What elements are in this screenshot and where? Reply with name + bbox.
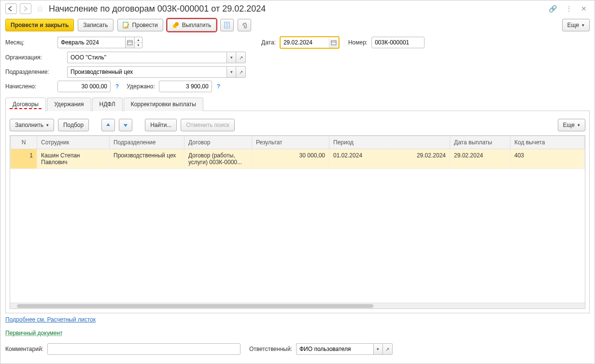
org-label: Организация: xyxy=(5,54,63,61)
attach-button[interactable] xyxy=(238,19,251,31)
pay-label: Выплатить xyxy=(182,22,212,28)
accrued-help-icon[interactable]: ? xyxy=(114,83,120,90)
link-icon[interactable]: 🔗 xyxy=(549,5,557,13)
chevron-down-icon: ▾ xyxy=(46,123,49,127)
month-input[interactable] xyxy=(57,37,125,48)
org-input-group: ▾ ↗ xyxy=(67,52,246,63)
find-button[interactable]: Найти... xyxy=(145,119,177,131)
cell-result: 30 000,00 xyxy=(252,149,329,169)
dept-input[interactable] xyxy=(67,66,227,78)
chevron-down-icon: ▾ xyxy=(230,55,233,60)
save-label: Записать xyxy=(83,22,108,28)
org-open-button[interactable]: ↗ xyxy=(236,52,246,63)
pick-button[interactable]: Подбор xyxy=(58,119,89,131)
tab-contracts[interactable]: Договоры xyxy=(5,98,46,111)
tab-contracts-label: Договоры xyxy=(13,101,39,108)
arrow-right-icon xyxy=(23,6,28,11)
date-calendar-button[interactable] xyxy=(329,37,339,48)
col-employee[interactable]: Сотрудник xyxy=(37,136,110,149)
move-down-button[interactable] xyxy=(119,119,132,131)
more-button[interactable]: Еще ▾ xyxy=(562,19,590,31)
withheld-help-icon[interactable]: ? xyxy=(216,83,221,90)
scrollbar-thumb[interactable] xyxy=(17,304,373,308)
dept-dropdown-button[interactable]: ▾ xyxy=(227,66,236,78)
month-label: Месяц: xyxy=(5,39,54,46)
dept-open-button[interactable]: ↗ xyxy=(236,66,246,78)
cell-dept: Производственный цех xyxy=(110,149,184,169)
report-button[interactable] xyxy=(220,19,234,31)
comment-input[interactable] xyxy=(47,343,241,355)
nav-back-button[interactable] xyxy=(5,3,17,14)
horizontal-scrollbar[interactable] xyxy=(10,303,585,308)
tab-withholdings-label: Удержания xyxy=(54,101,84,108)
responsible-input[interactable] xyxy=(296,343,373,355)
col-result[interactable]: Результат xyxy=(252,136,329,149)
cancel-find-label: Отменить поиск xyxy=(186,122,229,128)
col-deduction[interactable]: Код вычета xyxy=(510,136,585,149)
withheld-input[interactable] xyxy=(159,81,212,92)
primary-doc-link[interactable]: Первичный документ xyxy=(5,326,63,340)
tab-withholdings[interactable]: Удержания xyxy=(47,98,91,111)
col-contract[interactable]: Договор xyxy=(184,136,252,149)
close-icon[interactable]: ✕ xyxy=(581,5,587,13)
dept-label: Подразделение: xyxy=(5,69,63,75)
arrow-up-icon xyxy=(105,122,111,128)
favorite-star-icon[interactable]: ☆ xyxy=(36,3,44,14)
chevron-down-icon: ▾ xyxy=(377,347,379,351)
org-input[interactable] xyxy=(67,52,227,63)
tab-more-label: Еще xyxy=(563,122,575,128)
cell-period-to: 29.02.2024 xyxy=(390,149,450,169)
svg-rect-7 xyxy=(128,41,132,45)
move-up-button[interactable] xyxy=(101,119,115,131)
tab-ndfl[interactable]: НДФЛ xyxy=(92,98,123,111)
chevron-down-icon: ▾ xyxy=(582,23,584,28)
responsible-label: Ответственный: xyxy=(249,346,292,352)
post-and-close-button[interactable]: Провести и закрыть xyxy=(5,19,74,31)
fill-label: Заполнить xyxy=(15,122,43,128)
post-button[interactable]: Провести xyxy=(117,19,163,31)
tab-corrections-label: Корректировки выплаты xyxy=(131,101,196,108)
responsible-open-button[interactable]: ↗ xyxy=(383,343,393,355)
date-input[interactable] xyxy=(281,37,329,48)
spinner-down-icon[interactable]: ▼ xyxy=(135,43,142,48)
find-label: Найти... xyxy=(150,122,171,128)
fill-button[interactable]: Заполнить ▾ xyxy=(10,119,54,131)
cell-n: 1 xyxy=(11,149,37,169)
col-dept[interactable]: Подразделение xyxy=(110,136,184,149)
accrued-input[interactable] xyxy=(57,81,111,92)
cancel-find-button[interactable]: Отменить поиск xyxy=(181,119,234,131)
month-spinner[interactable]: ▲ ▼ xyxy=(135,37,142,48)
arrow-down-icon xyxy=(123,122,128,128)
tab-corrections[interactable]: Корректировки выплаты xyxy=(124,98,203,111)
responsible-dropdown-button[interactable]: ▾ xyxy=(373,343,383,355)
responsible-input-group: ▾ ↗ xyxy=(296,343,393,355)
chevron-down-icon: ▾ xyxy=(230,70,233,74)
kebab-menu-icon[interactable]: ⋮ xyxy=(566,5,572,13)
cell-paydate: 29.02.2024 xyxy=(450,149,510,169)
tab-more-button[interactable]: Еще ▾ xyxy=(558,119,585,131)
pay-button[interactable]: Выплатить xyxy=(167,19,217,31)
month-input-group: ▲ ▼ xyxy=(57,37,142,48)
col-paydate[interactable]: Дата выплаты xyxy=(450,136,510,149)
nav-forward-button[interactable] xyxy=(20,3,31,14)
save-button[interactable]: Записать xyxy=(78,19,113,31)
org-dropdown-button[interactable]: ▾ xyxy=(227,52,236,63)
withheld-label: Удержано: xyxy=(127,83,155,90)
month-calendar-button[interactable] xyxy=(125,37,135,48)
col-period[interactable]: Период xyxy=(329,136,450,149)
col-n[interactable]: N xyxy=(11,136,37,149)
open-icon: ↗ xyxy=(385,347,389,352)
chevron-down-icon: ▾ xyxy=(578,123,580,127)
calendar-icon xyxy=(127,40,133,45)
report-icon xyxy=(224,22,230,28)
cell-period-from: 01.02.2024 xyxy=(329,149,390,169)
payslip-link[interactable]: Подробнее см. Расчетный листок xyxy=(5,313,96,326)
tab-ndfl-label: НДФЛ xyxy=(99,101,115,108)
paperclip-icon xyxy=(241,22,248,28)
arrow-left-icon xyxy=(8,6,14,11)
table-row[interactable]: 1 Кашин Степан Павлович Производственный… xyxy=(11,149,585,169)
cell-employee: Кашин Степан Павлович xyxy=(37,149,110,169)
contracts-table[interactable]: N Сотрудник Подразделение Договор Резуль… xyxy=(10,136,585,169)
spinner-up-icon[interactable]: ▲ xyxy=(135,37,142,43)
number-input[interactable] xyxy=(371,37,425,48)
